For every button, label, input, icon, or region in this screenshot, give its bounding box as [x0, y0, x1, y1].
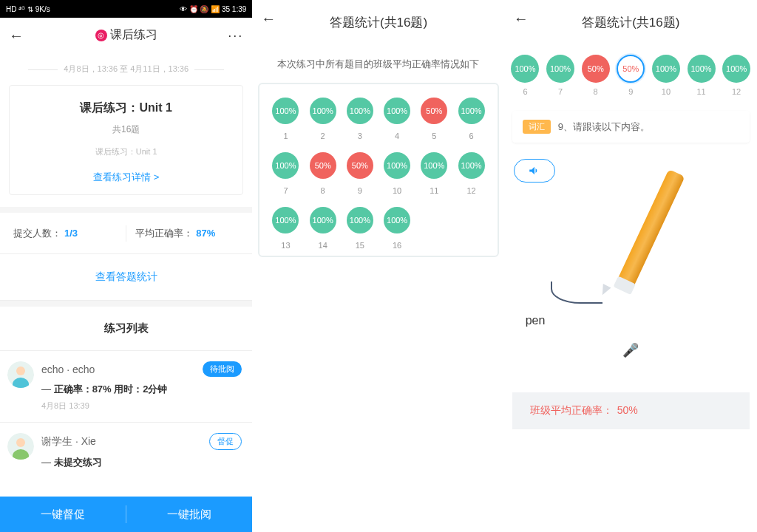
play-audio-button[interactable]: [514, 159, 555, 183]
avatar-icon: [7, 433, 34, 460]
speaker-icon: [528, 164, 541, 177]
class-accuracy-value: 50%: [617, 404, 638, 416]
accuracy-bubble[interactable]: 100%: [272, 98, 299, 124]
class-accuracy-bar: 班级平均正确率：50%: [512, 392, 750, 429]
nav-bar: ← 答题统计(共16题): [252, 0, 504, 35]
more-icon[interactable]: ···: [228, 27, 243, 43]
question-type-tag: 词汇: [523, 120, 551, 134]
question-bubble[interactable]: 100%4: [384, 98, 410, 140]
accuracy-bubble[interactable]: 50%: [310, 152, 336, 179]
student-result: 未提交练习: [41, 456, 242, 469]
submit-count: 提交人数：1/3: [13, 227, 117, 240]
stats-caption: 本次练习中所有题目的班级平均正确率情况如下: [252, 58, 504, 71]
question-number: 1: [283, 132, 288, 140]
remind-all-button[interactable]: 一键督促: [0, 497, 126, 532]
accuracy-bubble[interactable]: 100%: [272, 207, 299, 233]
illustration: pen: [505, 190, 757, 338]
strip-bubble[interactable]: 100%6: [511, 55, 539, 96]
avg-accuracy: 平均正确率：87%: [135, 227, 239, 240]
mic-icon[interactable]: 🎤: [505, 342, 757, 358]
question-number: 10: [393, 186, 401, 195]
question-bubble[interactable]: 50%5: [421, 98, 447, 140]
avatar-icon: [7, 361, 34, 388]
strip-bubble[interactable]: 50%8: [582, 55, 610, 96]
question-number: 14: [319, 241, 327, 250]
status-bar: HD ⁴ᴳ ⇅ 9K/s 👁 ⏰ 🔕 📶 35 1:39: [0, 0, 252, 18]
accuracy-bubble[interactable]: 50%: [617, 55, 645, 83]
accuracy-bubble[interactable]: 100%: [511, 55, 539, 83]
accuracy-bubble[interactable]: 100%: [310, 207, 336, 233]
question-bubble[interactable]: 100%11: [421, 152, 447, 195]
student-status-badge[interactable]: 待批阅: [203, 361, 242, 377]
question-strip[interactable]: 100%6100%750%850%9100%10100%11100%12: [505, 35, 757, 96]
accuracy-bubble[interactable]: 100%: [384, 98, 410, 124]
question-number: 7: [283, 186, 288, 195]
student-status-badge[interactable]: 督促: [209, 433, 242, 450]
question-grid: 100%1100%2100%3100%450%5100%6100%750%850…: [258, 83, 498, 257]
student-result: 正确率：87% 用时：2分钟: [41, 383, 242, 396]
question-bubble[interactable]: 100%16: [384, 207, 410, 250]
question-number: 12: [732, 87, 741, 96]
back-icon[interactable]: ←: [9, 27, 24, 44]
accuracy-bubble[interactable]: 100%: [458, 152, 485, 179]
question-number: 11: [696, 87, 705, 96]
accuracy-bubble[interactable]: 100%: [652, 55, 680, 83]
question-bubble[interactable]: 50%9: [347, 152, 373, 195]
question-bubble[interactable]: 100%1: [272, 98, 299, 140]
question-bubble[interactable]: 100%3: [347, 98, 373, 140]
back-icon[interactable]: ←: [261, 10, 276, 27]
student-name: echo · echo: [41, 364, 95, 375]
question-detail-panel: ← 答题统计(共16题) 100%6100%750%850%9100%10100…: [505, 0, 757, 532]
question-bubble[interactable]: 100%6: [458, 98, 485, 140]
grade-all-button[interactable]: 一键批阅: [126, 497, 252, 532]
question-bar: 词汇 9、请跟读以下内容。: [512, 111, 750, 143]
question-number: 15: [356, 241, 364, 250]
question-number: 6: [469, 132, 473, 140]
question-bubble[interactable]: 50%8: [310, 152, 336, 195]
question-bubble[interactable]: 100%7: [272, 152, 299, 195]
accuracy-bubble[interactable]: 100%: [310, 98, 336, 124]
question-bubble[interactable]: 100%15: [347, 207, 373, 250]
view-answer-stats-link[interactable]: 查看答题统计: [0, 254, 252, 301]
view-detail-link[interactable]: 查看练习详情 >: [10, 171, 242, 184]
accuracy-bubble[interactable]: 100%: [688, 55, 716, 83]
accuracy-bubble[interactable]: 100%: [272, 152, 299, 179]
practice-subtitle: 课后练习：Unit 1: [10, 146, 242, 157]
accuracy-bubble[interactable]: 100%: [421, 152, 447, 179]
question-bubble[interactable]: 100%14: [310, 207, 336, 250]
strip-bubble[interactable]: 100%12: [722, 55, 750, 96]
question-bubble[interactable]: 100%10: [384, 152, 410, 195]
question-number: 8: [594, 87, 598, 96]
student-row[interactable]: 谢学生 · Xie 督促 未提交练习: [0, 422, 252, 480]
question-number: 10: [662, 87, 671, 96]
question-number: 13: [281, 241, 290, 250]
question-number: 12: [466, 186, 475, 195]
practice-detail-panel: HD ⁴ᴳ ⇅ 9K/s 👁 ⏰ 🔕 📶 35 1:39 ← ◎ 课后练习 ··…: [0, 0, 252, 532]
question-number: 16: [393, 241, 401, 250]
accuracy-bubble[interactable]: 100%: [546, 55, 574, 83]
student-row[interactable]: echo · echo 待批阅 正确率：87% 用时：2分钟 4月8日 13:3…: [0, 350, 252, 422]
accuracy-bubble[interactable]: 100%: [384, 152, 410, 179]
page-title: 答题统计(共16题): [582, 14, 679, 31]
accuracy-bubble[interactable]: 100%: [384, 207, 410, 233]
strip-bubble[interactable]: 100%7: [546, 55, 574, 96]
accuracy-bubble[interactable]: 50%: [582, 55, 610, 83]
bottom-action-bar: 一键督促 一键批阅: [0, 497, 252, 532]
question-bubble[interactable]: 100%2: [310, 98, 336, 140]
question-bubble[interactable]: 100%12: [458, 152, 485, 195]
page-title: ◎ 课后练习: [95, 27, 157, 43]
question-number: 4: [395, 132, 399, 140]
accuracy-bubble[interactable]: 50%: [421, 98, 447, 124]
app-logo-icon: ◎: [95, 30, 107, 41]
accuracy-bubble[interactable]: 100%: [347, 98, 373, 124]
accuracy-bubble[interactable]: 100%: [347, 207, 373, 233]
practice-card: 课后练习：Unit 1 共16题 课后练习：Unit 1 查看练习详情 >: [9, 85, 243, 195]
accuracy-bubble[interactable]: 50%: [347, 152, 373, 179]
strip-bubble[interactable]: 50%9: [617, 55, 645, 96]
accuracy-bubble[interactable]: 100%: [722, 55, 750, 83]
accuracy-bubble[interactable]: 100%: [458, 98, 485, 124]
strip-bubble[interactable]: 100%10: [652, 55, 680, 96]
back-icon[interactable]: ←: [514, 10, 529, 27]
strip-bubble[interactable]: 100%11: [688, 55, 716, 96]
question-bubble[interactable]: 100%13: [272, 207, 299, 250]
